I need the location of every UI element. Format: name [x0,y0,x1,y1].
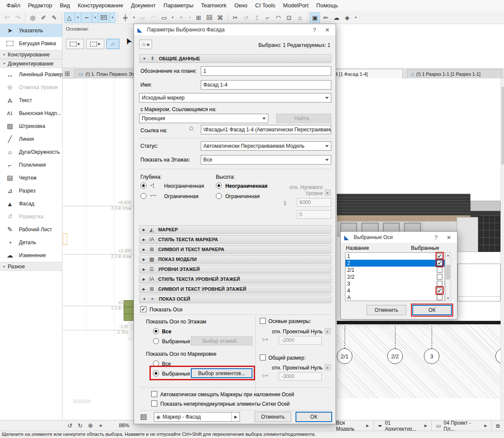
auto-offset-checkbox[interactable] [151,391,157,397]
redo-icon[interactable]: ↷ [12,12,23,23]
zoom-in-icon[interactable]: ⊕ [85,422,96,429]
pickup-parameters-icon[interactable]: ✐ [38,12,49,23]
favorites-button[interactable]: ☆ ▶ [139,40,152,49]
group-misc[interactable]: ▸ Разное [0,262,62,271]
undo-icon[interactable]: ↶ [2,12,12,23]
layer-combination-control[interactable]: ✒ 01 Архитектур... ▶ [373,420,432,431]
tool-label-callout[interactable]: A1 Выносная Надп... [0,107,62,120]
tool-fill[interactable]: ▨ Штриховка [0,120,62,133]
tool-detail[interactable]: ◔ Деталь [0,236,62,249]
sketch-icon[interactable]: ✏ [320,12,331,23]
ok-button[interactable]: ОК [296,412,332,422]
morph-dropdown-icon[interactable]: ▾ [353,12,359,23]
by-story-selected-radio[interactable] [153,338,159,344]
layer-select[interactable]: ◉ Маркер - Фасад ▶ [154,412,240,422]
rel-zero-flyout-button[interactable]: ▶ [325,189,331,196]
scroll-up-icon[interactable]: ▲ [445,254,451,257]
axis-checkbox[interactable] [437,267,442,273]
menu-view[interactable]: Вид [56,0,74,11]
by-marking-selected-radio[interactable] [153,370,159,376]
marker-type-select[interactable]: Исходный маркер [139,93,331,103]
coordinate-tool-icon[interactable]: XY [99,12,109,23]
menu-teamwork[interactable]: Teamwork [197,0,230,11]
tool-polyline[interactable]: ⌐ Полилиния [0,158,62,171]
view-settings-control[interactable]: ▭ 04 Проект - Пл... ▶ [431,420,491,431]
menu-help[interactable]: Помощь [312,0,342,11]
axis-checkbox[interactable] [437,274,442,280]
axis-row[interactable]: 2/2 [345,273,445,280]
menu-modelport[interactable]: ModelPort [279,0,312,11]
section-story-levels[interactable]: ▶ ☰ УРОВНИ ЭТАЖЕЙ [139,265,331,273]
axis-row[interactable]: 4 [345,287,445,294]
frame-dropdown-icon[interactable]: ▾ [170,12,176,23]
show-axes-checkbox[interactable] [140,306,146,312]
section-grid-display[interactable]: ▼ ⌖ ПОКАЗ ОСЕЙ [139,295,331,303]
link-input[interactable]: \Фасады\1 Фасад 1-4 (Автоматически Перес… [201,125,331,134]
scrollbar-thumb[interactable] [446,265,450,280]
projection-select[interactable]: Проекция [139,114,268,123]
section-story-levels-symbol-text[interactable]: ▶ ⊠ СИМВОЛ И ТЕКСТ УРОВНЕЙ ЭТАЖЕЙ [139,285,331,293]
transform-box-icon[interactable]: ▣ [310,12,320,23]
axis-checkbox[interactable] [437,260,442,266]
close-button[interactable]: ✕ [444,234,454,241]
stretch-icon[interactable]: ⌘ [215,12,225,23]
story-select-button[interactable]: Выбор этажей... [191,336,252,345]
tool-change[interactable]: ☁ Изменение [0,249,62,262]
cancel-button[interactable]: Отменить [255,412,291,422]
adjust-icon[interactable]: ↺ [241,12,251,23]
menu-window[interactable]: Окно [230,0,251,11]
quick-select-icon[interactable]: ◎ [28,12,38,23]
status-select[interactable]: Автоматически Перестраиваемая Модель [201,141,331,151]
axis-checkbox[interactable] [437,288,442,293]
find-button[interactable]: Найти... [276,114,331,123]
plan-id-input[interactable]: 1 [201,66,331,76]
inject-parameters-icon[interactable]: ✎ [49,12,59,23]
axis-bubble[interactable]: 3 [424,348,439,364]
tool-marquee[interactable]: Бегущая Рамка [0,37,62,50]
axes-list[interactable]: 1 2 2/1 2/2 3 4 A [345,252,445,301]
section-marker-text-style[interactable]: ▶ ΙA СТИЛЬ ТЕКСТА МАРКЕРА [139,235,331,244]
scrollbar-thumb[interactable] [501,87,504,165]
stories-select[interactable]: Все [201,155,331,165]
marquee-tool-dropdown-icon[interactable]: ▾ [92,12,98,23]
align-icon[interactable]: ⊞ [193,12,204,23]
marquee-tool-icon[interactable]: ┉ [81,12,92,23]
section-model-display[interactable]: ▶ ▦ ПОКАЗ МОДЕЛИ [139,255,331,264]
tab-section[interactable]: ⌂ (!) 1 Разрез 1-1 [1 Разрез 1-1] [407,69,502,78]
tool-drawing[interactable]: ▤ Чертеж [0,171,62,184]
marquee-rect-button[interactable]: ▶ [86,39,104,49]
dialog-title-bar[interactable]: ◣ Выбранные Оси ? ✕ [341,232,457,243]
ok-button[interactable]: ОК [412,305,452,315]
tool-text[interactable]: A Текст [0,94,62,107]
tool-elevation[interactable]: ▲ Фасад [0,197,62,210]
axes-scrollbar[interactable]: ▲ ▼ [445,252,451,301]
section-general-data[interactable]: ▼ ⇞ ОБЩИЕ ДАННЫЕ [139,54,331,63]
tool-line[interactable]: ╱ Линия [0,133,62,146]
help-button[interactable]: ? [431,234,441,241]
elevate-icon[interactable]: ↥ [252,12,262,23]
depth-unlimited-radio[interactable] [140,183,146,189]
axis-row[interactable]: 2/1 [345,267,445,273]
marquee-poly-button[interactable]: ▶ [66,39,84,49]
tool-worksheet[interactable]: ✎ Рабочий Лист [0,223,62,236]
axis-checkbox[interactable] [437,253,442,259]
fit-in-window-icon[interactable]: ⌖ [96,422,106,429]
tab-floor-plan[interactable]: ▭ (!) 1. План Первого Эт [75,69,136,78]
tool-level-mark[interactable]: ⊕ Отметка Уровня [0,81,62,94]
close-button[interactable]: ✕ [323,27,332,33]
dialog-title-bar[interactable]: ◣ Параметры Выбранного Фасада ? ✕ [134,24,336,35]
menu-edit[interactable]: Редактор [24,0,56,11]
menu-file[interactable]: Файл [3,0,24,11]
cancel-button[interactable]: Отменить [367,305,406,315]
coordinate-tool-dropdown-icon[interactable]: ▾ [109,12,115,23]
axis-bubble[interactable]: 2/2 [387,348,403,364]
total-flyout-button[interactable]: ▶ [325,364,331,370]
section-story-levels-text-style[interactable]: ▶ ΙA СТИЛЬ ТЕКСТА УРОВНЕЙ ЭТАЖЕЙ [139,275,331,283]
height-bottom-input[interactable]: 0 [297,210,331,219]
element-select-button[interactable]: Выбор элементов... [191,368,252,378]
dimension-12-icon[interactable]: 12 [204,12,215,23]
axis-row[interactable]: 1 [345,253,445,260]
home-icon[interactable]: ⌂ [295,12,305,23]
pane-layout-icon[interactable]: ⊞ [65,70,70,78]
menu-citools[interactable]: CI Tools [251,0,279,11]
